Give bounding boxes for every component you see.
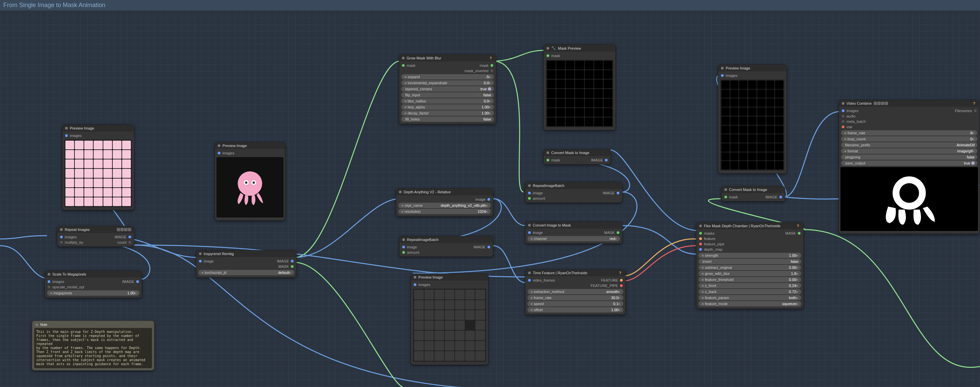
help-icon[interactable]: ? [797, 224, 800, 228]
node-repeat-image-batch-2[interactable]: RepeatImageBatch image IMAGE amount [399, 236, 493, 257]
node-grow-mask-with-blur[interactable]: Grow Mask With Blur? mask mask mask_inve… [399, 54, 496, 124]
node-mask-preview[interactable]: 🔧Mask Preview mask [544, 44, 616, 130]
node-preview-image-3[interactable]: Preview Image images [410, 274, 488, 365]
preview-grid [720, 80, 784, 170]
help-icon[interactable]: ? [619, 271, 623, 275]
node-time-feature[interactable]: Time Feature | RyanOnTheInside? video_fr… [525, 269, 626, 315]
svg-point-0 [238, 171, 262, 196]
node-repeat-images[interactable]: Repeat Images images IMAGE multiply_by c… [57, 226, 134, 247]
svg-point-2 [245, 182, 247, 184]
video-preview [840, 167, 978, 231]
node-flex-mask-depth-chamber[interactable]: Flex Mask Depth Chamber | RyanOnTheInsid… [696, 222, 803, 309]
node-graph-canvas[interactable]: Preview Image images Repeat Images image… [0, 11, 980, 387]
svg-point-4 [253, 182, 255, 184]
node-depth-anything-v2[interactable]: Depth Anything V2 - Relative image ◀ckpt… [396, 188, 493, 217]
svg-point-7 [899, 183, 919, 203]
note-text: This is the main group for Z-Depth manip… [34, 328, 152, 368]
node-video-combine[interactable]: Video Combine ? images Filenames audio m… [839, 100, 980, 234]
node-preview-image-4[interactable]: Preview Image images [718, 64, 787, 174]
node-title[interactable]: Preview Image [62, 125, 134, 132]
input-images[interactable]: images [62, 133, 134, 138]
help-icon[interactable]: ? [490, 56, 493, 60]
node-convert-mask-to-image-2[interactable]: Convert Mask to Image mask IMAGE [721, 186, 785, 201]
torchscript-widget[interactable]: ◀torchscript_jit default▶ [198, 270, 294, 275]
help-icon[interactable]: ? [973, 101, 977, 105]
node-preview-image-2[interactable]: Preview Image images [215, 142, 285, 221]
node-inspyrenet-rembg[interactable]: Inspyrenet Rembg image IMAGE MASK ◀torch… [196, 250, 297, 277]
node-convert-image-to-mask[interactable]: Convert Image to Mask image MASK ◀channe… [525, 221, 622, 244]
node-scale-to-megapixels[interactable]: Scale To Megapixels images IMAGE upscale… [45, 271, 142, 298]
preview-grid [546, 60, 613, 127]
node-preview-image-1[interactable]: Preview Image images [62, 124, 134, 210]
octopus-preview [216, 157, 283, 218]
preview-grid [64, 140, 132, 207]
node-convert-mask-to-image-1[interactable]: Convert Mask to Image mask IMAGE [544, 149, 611, 164]
preview-grid [413, 289, 486, 362]
page-title: From Single Image to Mask Animation [3, 2, 105, 9]
node-note[interactable]: Note This is the main group for Z-Depth … [32, 320, 154, 371]
header-bar: From Single Image to Mask Animation [0, 0, 980, 11]
node-repeat-image-batch-1[interactable]: RepeatImageBatch image IMAGE amount [525, 182, 622, 203]
megapixels-widget[interactable]: ◀megapixels 1.00▶ [47, 290, 140, 296]
